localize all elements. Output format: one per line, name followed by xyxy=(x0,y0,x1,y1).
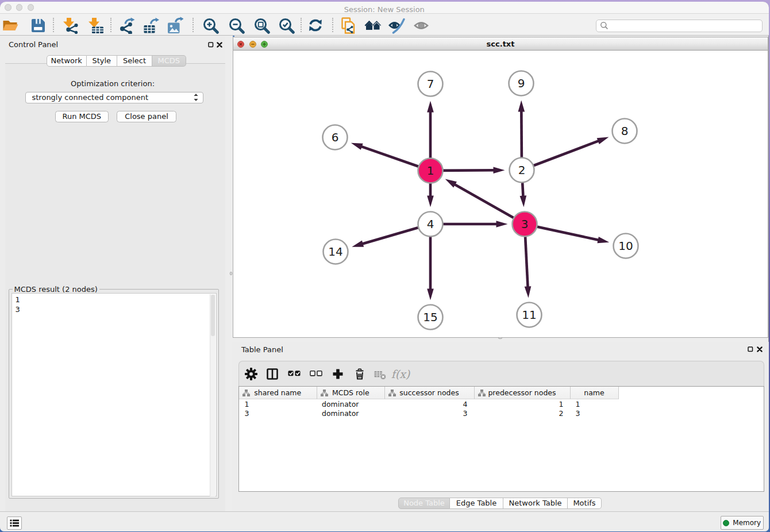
tab-motifs[interactable]: Motifs xyxy=(568,498,602,509)
network-graph[interactable]: 7968124314101511 xyxy=(233,51,767,336)
tab-network[interactable]: Network xyxy=(47,55,87,67)
export-network-icon[interactable] xyxy=(118,17,135,34)
tab-edge-table[interactable]: Edge Table xyxy=(450,498,503,509)
apply-layout-icon[interactable] xyxy=(307,17,324,34)
table-cell[interactable]: 2 xyxy=(475,409,571,419)
tab-network-table[interactable]: Network Table xyxy=(503,498,568,509)
column-header-shared-name[interactable]: shared name xyxy=(239,387,318,399)
home-icon[interactable] xyxy=(364,17,382,34)
graph-node-2[interactable]: 2 xyxy=(510,157,534,182)
graph-node-7[interactable]: 7 xyxy=(418,71,443,96)
table-cell[interactable]: 3 xyxy=(385,409,475,419)
svg-text:11: 11 xyxy=(522,308,536,322)
graph-node-8[interactable]: 8 xyxy=(613,118,637,143)
tab-style[interactable]: Style xyxy=(87,55,118,67)
criterion-select[interactable]: strongly connected component xyxy=(25,92,203,104)
svg-text:8: 8 xyxy=(621,124,629,138)
network-frame-titlebar[interactable]: scc.txt xyxy=(233,37,768,51)
delete-table-icon[interactable] xyxy=(374,368,386,380)
vertical-splitter-handle[interactable] xyxy=(230,272,232,275)
table-cell[interactable]: 1 xyxy=(475,399,571,409)
table-cell[interactable]: 4 xyxy=(385,399,475,409)
hide-selected-icon[interactable] xyxy=(388,17,406,34)
graph-node-10[interactable]: 10 xyxy=(614,233,638,258)
mcds-result-group-title: MCDS result (2 nodes) xyxy=(13,285,99,294)
table-cell[interactable]: dominator xyxy=(317,399,385,409)
tab-mcds[interactable]: MCDS xyxy=(152,55,186,67)
table-cell[interactable]: 1 xyxy=(571,399,619,409)
export-table-icon[interactable] xyxy=(142,17,159,34)
show-hidden-icon[interactable] xyxy=(413,17,430,34)
table-cell[interactable]: 1 xyxy=(239,399,318,409)
svg-text:6: 6 xyxy=(332,130,339,144)
graph-node-14[interactable]: 14 xyxy=(324,239,348,264)
column-header-name[interactable]: name xyxy=(571,387,619,399)
open-session-icon[interactable] xyxy=(2,17,19,34)
criterion-selected-value: strongly connected component xyxy=(26,93,194,102)
graph-node-1[interactable]: 1 xyxy=(418,158,443,183)
table-cell[interactable]: 3 xyxy=(239,409,318,419)
svg-text:3: 3 xyxy=(521,217,529,231)
network-frame-title: scc.txt xyxy=(233,40,768,48)
column-header-successor-nodes[interactable]: successor nodes xyxy=(385,387,475,399)
table-panel-title: Table Panel xyxy=(241,345,283,354)
export-image-icon[interactable] xyxy=(166,17,183,34)
mcds-result-group: MCDS result (2 nodes) 1 3 xyxy=(9,289,219,499)
graph-edge-3-1[interactable] xyxy=(445,179,525,223)
table-cell[interactable]: 3 xyxy=(571,409,619,419)
toolbar-separator xyxy=(332,18,333,32)
search-box xyxy=(596,20,763,33)
zoom-selected-icon[interactable] xyxy=(278,17,295,34)
mcds-result-textarea[interactable]: 1 3 xyxy=(11,293,217,496)
add-row-icon[interactable] xyxy=(332,368,344,380)
graph-node-11[interactable]: 11 xyxy=(517,302,542,327)
table-panel-float-button[interactable] xyxy=(748,346,753,352)
network-canvas[interactable]: 7968124314101511 xyxy=(233,51,768,338)
node-table: shared nameMCDS rolesuccessor nodesprede… xyxy=(238,386,765,492)
svg-text:15: 15 xyxy=(423,310,437,324)
chevron-updown-icon xyxy=(194,94,198,101)
search-input[interactable] xyxy=(609,21,762,31)
graph-node-9[interactable]: 9 xyxy=(509,71,534,95)
svg-text:2: 2 xyxy=(518,163,526,177)
graph-node-3[interactable]: 3 xyxy=(513,211,537,236)
save-session-icon[interactable] xyxy=(29,17,47,34)
graph-node-15[interactable]: 15 xyxy=(418,304,443,329)
table-cell[interactable]: dominator xyxy=(317,409,385,419)
mcds-result-scrollbar[interactable] xyxy=(210,294,215,496)
function-builder-icon[interactable]: f(x) xyxy=(390,368,411,380)
table-panel-close-button[interactable] xyxy=(757,346,763,352)
control-panel-close-button[interactable] xyxy=(217,42,222,48)
table-row[interactable]: 1dominator411 xyxy=(239,399,619,409)
svg-text:14: 14 xyxy=(328,245,342,259)
graph-edge-2-8[interactable] xyxy=(522,137,609,170)
clone-network-icon[interactable] xyxy=(339,17,356,34)
column-header-predecessor-nodes[interactable]: predecessor nodes xyxy=(475,387,571,399)
mcds-result-scrollbar-thumb[interactable] xyxy=(211,295,215,336)
deselect-all-icon[interactable] xyxy=(310,368,322,380)
graph-node-4[interactable]: 4 xyxy=(418,211,443,236)
column-header-MCDS-role[interactable]: MCDS role xyxy=(317,387,385,399)
run-mcds-button[interactable]: Run MCDS xyxy=(55,111,109,123)
window-titlebar[interactable]: Session: New Session xyxy=(0,2,769,14)
control-panel-float-button[interactable] xyxy=(208,42,214,48)
zoom-in-icon[interactable] xyxy=(202,17,219,34)
show-column-icon[interactable] xyxy=(266,368,279,380)
close-panel-button[interactable]: Close panel xyxy=(117,111,176,123)
tab-select[interactable]: Select xyxy=(117,55,152,67)
table-toolbar: f(x) xyxy=(238,361,765,386)
table-options-icon[interactable] xyxy=(245,368,257,380)
window-title: Session: New Session xyxy=(0,5,769,14)
delete-row-icon[interactable] xyxy=(353,368,366,380)
memory-status-icon xyxy=(723,520,729,526)
table-row[interactable]: 3dominator323 xyxy=(239,409,619,419)
zoom-out-icon[interactable] xyxy=(228,17,245,34)
graph-node-6[interactable]: 6 xyxy=(323,125,348,149)
import-table-icon[interactable] xyxy=(87,17,104,34)
task-history-button[interactable] xyxy=(7,516,22,530)
select-all-icon[interactable] xyxy=(288,368,301,380)
zoom-fit-icon[interactable] xyxy=(253,17,270,34)
tab-node-table[interactable]: Node Table xyxy=(398,498,450,509)
memory-button[interactable]: Memory xyxy=(721,516,764,530)
import-network-icon[interactable] xyxy=(63,17,80,34)
